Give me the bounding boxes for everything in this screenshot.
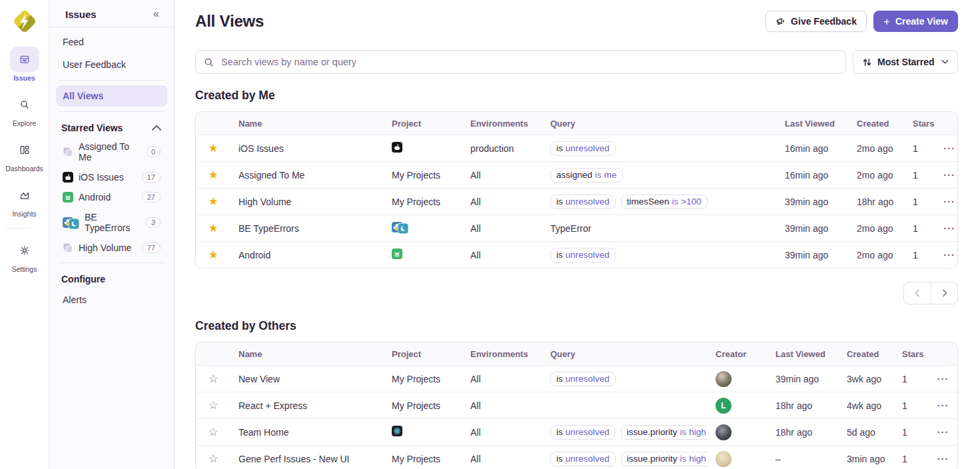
row-menu-button[interactable]: ··· <box>935 143 957 154</box>
starred-view-label: iOS Issues <box>79 172 124 183</box>
stacked-projects-icon <box>63 242 73 253</box>
create-view-button[interactable]: + Create View <box>873 11 958 32</box>
project-icons <box>392 248 402 259</box>
give-feedback-label: Give Feedback <box>791 16 857 27</box>
rail-item-insights[interactable]: Insights <box>5 183 43 218</box>
rail-item-dashboards[interactable]: Dashboards <box>5 137 43 173</box>
project-teal-crescent-icon <box>398 223 408 234</box>
issue-count-badge: 77 <box>142 242 161 253</box>
starred-view-high-volume[interactable]: High Volume77 <box>56 238 167 258</box>
star-toggle[interactable]: ★ <box>196 249 231 260</box>
star-toggle[interactable]: ★ <box>196 169 231 181</box>
divider <box>59 262 165 263</box>
star-toggle[interactable]: ★ <box>196 143 231 154</box>
rail-item-explore[interactable]: Explore <box>5 92 43 127</box>
row-menu-button[interactable]: ··· <box>935 249 957 260</box>
view-name-link[interactable]: Android <box>239 250 270 260</box>
view-name-link[interactable]: React + Express <box>239 400 307 411</box>
query-cell: isunresolvedissue.priorityishigh <box>542 425 708 440</box>
main-content: All Views Give Feedback + Create View <box>175 0 980 469</box>
star-toggle[interactable]: ☆ <box>196 400 231 411</box>
chevron-up-icon[interactable] <box>151 123 162 133</box>
dashboards-icon <box>19 145 30 155</box>
table-row: ★BE TypeErrorsAllTypeError39min ago2mo a… <box>196 215 957 241</box>
previous-page-button[interactable] <box>904 282 931 304</box>
column-header-created[interactable]: Created <box>839 349 894 359</box>
query-token: is <box>556 250 563 260</box>
sidebar-item-feed[interactable]: Feed <box>56 31 167 53</box>
column-header-query[interactable]: Query <box>542 119 777 129</box>
row-menu-button[interactable]: ··· <box>925 426 957 438</box>
starred-view-android[interactable]: Android27 <box>56 187 167 207</box>
view-name-link[interactable]: Team Home <box>239 427 288 438</box>
column-header-name[interactable]: Name <box>231 119 384 129</box>
rail-item-settings[interactable]: Settings <box>5 238 43 273</box>
query-cell: assignedisme <box>542 168 777 183</box>
table-row: ☆Team HomeAllisunresolvedissue.priorityi… <box>196 418 957 445</box>
project-cell <box>384 222 462 234</box>
created-cell: 3wk ago <box>839 374 894 384</box>
give-feedback-button[interactable]: Give Feedback <box>765 11 867 32</box>
view-name-link[interactable]: iOS Issues <box>239 143 284 154</box>
sort-dropdown-button[interactable]: Most Starred <box>853 50 958 74</box>
project-cell <box>384 426 462 438</box>
created-cell: 3min ago <box>839 454 894 464</box>
star-toggle[interactable]: ★ <box>196 223 231 234</box>
search-box[interactable] <box>195 50 846 74</box>
column-header-project[interactable]: Project <box>384 119 462 129</box>
query-token: me <box>604 170 617 180</box>
search-input[interactable] <box>220 56 837 68</box>
star-toggle[interactable]: ☆ <box>196 373 231 384</box>
next-page-button[interactable] <box>931 282 957 304</box>
view-name-link[interactable]: New View <box>239 374 280 384</box>
row-menu-button[interactable]: ··· <box>935 169 957 181</box>
column-header-stars[interactable]: Stars <box>905 119 935 129</box>
configure-heading: Configure <box>55 268 169 288</box>
row-menu-button[interactable]: ··· <box>925 400 957 411</box>
avatar <box>716 371 732 387</box>
column-header-name[interactable]: Name <box>231 349 384 359</box>
row-menu-button[interactable]: ··· <box>925 373 957 384</box>
row-menu-button[interactable]: ··· <box>925 453 957 464</box>
query-token: unresolved <box>566 250 610 260</box>
project-apple-icon <box>392 142 402 153</box>
sentry-logo-icon[interactable] <box>10 7 39 36</box>
view-name-link[interactable]: BE TypeErrors <box>239 223 299 234</box>
view-name-link[interactable]: Gene Perf Issues - New UI <box>239 454 350 464</box>
stars-cell: 1 <box>894 427 925 438</box>
row-menu-button[interactable]: ··· <box>935 196 957 207</box>
left-rail: IssuesExploreDashboardsInsightsSettings <box>0 0 49 469</box>
android-icon <box>63 192 73 203</box>
rail-item-issues[interactable]: Issues <box>5 47 43 82</box>
environments-cell: production <box>462 143 542 154</box>
query-cell: TypeError <box>542 223 777 234</box>
column-header-project[interactable]: Project <box>384 349 462 359</box>
rail-item-label: Explore <box>13 119 37 127</box>
collapse-sidebar-icon[interactable]: « <box>153 8 169 20</box>
sidebar-item-alerts[interactable]: Alerts <box>56 289 167 310</box>
column-header-query[interactable]: Query <box>542 349 708 359</box>
sidebar-item-all-views[interactable]: All Views <box>56 85 167 107</box>
table-header-row: NameProjectEnvironmentsQueryLast ViewedC… <box>196 112 957 135</box>
row-menu-button[interactable]: ··· <box>935 223 957 234</box>
column-header-stars[interactable]: Stars <box>894 349 925 359</box>
page-title: All Views <box>195 12 264 31</box>
views-table: NameProjectEnvironmentsQueryLast ViewedC… <box>195 111 958 268</box>
column-header-creator[interactable]: Creator <box>708 349 767 359</box>
star-toggle[interactable]: ★ <box>196 196 231 207</box>
column-header-environments[interactable]: Environments <box>462 119 542 129</box>
view-name-link[interactable]: Assigned To Me <box>239 170 304 181</box>
star-toggle[interactable]: ☆ <box>196 453 231 464</box>
query-filter-chip: isunresolved <box>550 425 616 440</box>
view-name-link[interactable]: High Volume <box>239 197 291 207</box>
column-header-created[interactable]: Created <box>849 119 905 129</box>
column-header-environments[interactable]: Environments <box>462 349 542 359</box>
starred-view-assigned-to-me[interactable]: Assigned To Me0 <box>56 137 167 167</box>
starred-view-label: Android <box>79 192 111 203</box>
sidebar-item-user-feedback[interactable]: User Feedback <box>56 54 167 75</box>
star-toggle[interactable]: ☆ <box>196 426 231 438</box>
starred-view-ios-issues[interactable]: iOS Issues17 <box>56 167 167 187</box>
starred-view-be-typeerrors[interactable]: BE TypeErrors3 <box>56 207 167 238</box>
column-header-last-viewed[interactable]: Last Viewed <box>777 119 849 129</box>
column-header-last-viewed[interactable]: Last Viewed <box>767 349 839 359</box>
